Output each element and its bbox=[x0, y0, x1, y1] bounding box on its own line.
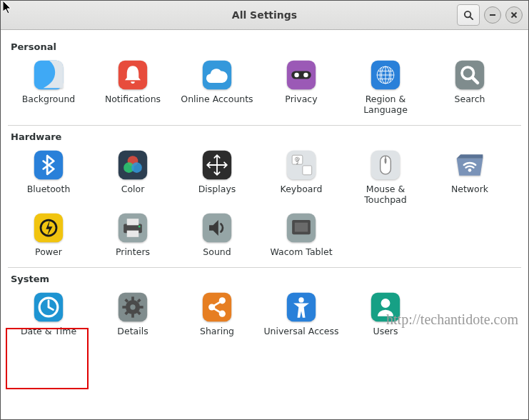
color-icon bbox=[117, 149, 148, 181]
item-keyboard[interactable]: @2 Keyboard bbox=[259, 145, 343, 208]
section-system: Date & Time Details Sharing Universal Ac… bbox=[1, 287, 528, 342]
svg-rect-44 bbox=[127, 231, 139, 237]
search-button[interactable] bbox=[457, 4, 480, 26]
item-label: Search bbox=[455, 94, 485, 104]
background-icon bbox=[33, 59, 64, 91]
content-area: Personal Background Notifications Online… bbox=[1, 30, 528, 420]
universal-access-icon bbox=[286, 291, 317, 323]
online-accounts-icon bbox=[201, 59, 233, 91]
bluetooth-icon bbox=[33, 149, 64, 181]
details-icon bbox=[117, 291, 148, 323]
item-notifications[interactable]: Notifications bbox=[91, 55, 175, 118]
printers-icon bbox=[117, 212, 148, 244]
item-region-language[interactable]: Region & Language bbox=[343, 55, 428, 118]
item-bluetooth[interactable]: Bluetooth bbox=[6, 145, 91, 208]
svg-point-11 bbox=[303, 73, 308, 77]
item-label: Sound bbox=[203, 246, 231, 257]
item-mouse-touchpad[interactable]: Mouse & Touchpad bbox=[343, 145, 428, 208]
search-settings-icon bbox=[454, 59, 485, 91]
minimize-button[interactable] bbox=[484, 6, 501, 24]
item-wacom-tablet[interactable]: Wacom Tablet bbox=[259, 208, 343, 260]
sound-icon bbox=[201, 212, 233, 244]
item-label: Color bbox=[121, 184, 145, 194]
mouse-touchpad-icon bbox=[370, 149, 401, 181]
svg-rect-57 bbox=[131, 314, 134, 318]
svg-point-45 bbox=[138, 226, 141, 228]
item-power[interactable]: Power bbox=[6, 208, 91, 260]
item-label: Background bbox=[22, 94, 76, 104]
separator bbox=[8, 267, 521, 268]
network-icon bbox=[454, 149, 485, 181]
item-label: Network bbox=[451, 184, 488, 194]
item-displays[interactable]: Displays bbox=[175, 145, 259, 208]
item-label: Users bbox=[373, 326, 398, 336]
wacom-tablet-icon bbox=[286, 212, 317, 244]
svg-rect-56 bbox=[131, 296, 134, 301]
item-search[interactable]: Search bbox=[428, 55, 512, 118]
item-label: Date & Time bbox=[21, 326, 76, 336]
item-details[interactable]: Details bbox=[91, 287, 175, 339]
item-sharing[interactable]: Sharing bbox=[175, 287, 259, 339]
svg-text:2: 2 bbox=[296, 161, 299, 165]
item-label: Details bbox=[117, 326, 148, 336]
displays-icon bbox=[201, 149, 233, 181]
item-label: Privacy bbox=[285, 94, 317, 104]
item-privacy[interactable]: Privacy bbox=[259, 55, 343, 118]
item-label: Displays bbox=[198, 184, 236, 194]
svg-rect-37 bbox=[385, 159, 387, 163]
svg-point-72 bbox=[298, 297, 303, 302]
close-button[interactable] bbox=[505, 6, 523, 24]
item-date-time[interactable]: Date & Time bbox=[6, 287, 91, 339]
section-hardware: Bluetooth Color Displays @2 Keyboard bbox=[1, 145, 528, 263]
item-network[interactable]: Network bbox=[428, 145, 512, 208]
search-icon bbox=[463, 10, 474, 21]
item-label: Wacom Tablet bbox=[270, 246, 332, 257]
item-background[interactable]: Background bbox=[6, 55, 91, 118]
svg-rect-59 bbox=[139, 306, 143, 309]
svg-point-74 bbox=[381, 299, 391, 308]
users-icon bbox=[370, 291, 401, 323]
svg-rect-49 bbox=[295, 223, 308, 232]
item-label: Region & Language bbox=[346, 94, 425, 115]
separator bbox=[8, 125, 521, 126]
item-sound[interactable]: Sound bbox=[175, 208, 259, 260]
svg-line-1 bbox=[470, 16, 473, 19]
titlebar: All Settings bbox=[1, 1, 528, 30]
svg-rect-33 bbox=[303, 166, 312, 175]
svg-rect-58 bbox=[122, 306, 126, 309]
item-label: Notifications bbox=[105, 94, 161, 104]
section-personal-title: Personal bbox=[1, 37, 528, 55]
item-label: Power bbox=[35, 246, 62, 257]
svg-rect-43 bbox=[127, 219, 139, 225]
date-time-icon bbox=[33, 291, 64, 323]
minimize-icon bbox=[489, 11, 496, 19]
section-system-title: System bbox=[1, 269, 528, 287]
svg-rect-65 bbox=[203, 293, 231, 321]
sharing-icon bbox=[201, 291, 233, 323]
svg-point-10 bbox=[294, 73, 298, 77]
section-hardware-title: Hardware bbox=[1, 127, 528, 145]
power-icon bbox=[33, 212, 64, 244]
item-label: Bluetooth bbox=[27, 184, 71, 194]
region-language-icon bbox=[370, 59, 401, 91]
item-color[interactable]: Color bbox=[91, 145, 175, 208]
titlebar-right bbox=[457, 4, 523, 26]
privacy-icon bbox=[286, 59, 317, 91]
item-label: Keyboard bbox=[281, 184, 323, 194]
close-icon bbox=[510, 11, 518, 19]
item-label: Mouse & Touchpad bbox=[346, 184, 425, 205]
section-personal: Background Notifications Online Accounts… bbox=[1, 55, 528, 121]
item-label: Online Accounts bbox=[181, 94, 253, 104]
window-title: All Settings bbox=[1, 9, 528, 21]
item-label: Printers bbox=[116, 246, 150, 257]
item-label: Sharing bbox=[200, 326, 234, 336]
item-online-accounts[interactable]: Online Accounts bbox=[175, 55, 259, 118]
item-label: Universal Access bbox=[263, 326, 338, 336]
item-printers[interactable]: Printers bbox=[91, 208, 175, 260]
svg-rect-18 bbox=[455, 61, 484, 89]
svg-point-25 bbox=[131, 162, 142, 173]
item-universal-access[interactable]: Universal Access bbox=[259, 287, 343, 339]
item-users[interactable]: Users bbox=[343, 287, 428, 339]
keyboard-icon: @2 bbox=[286, 149, 317, 181]
settings-window: All Settings Personal Background bbox=[0, 0, 529, 420]
